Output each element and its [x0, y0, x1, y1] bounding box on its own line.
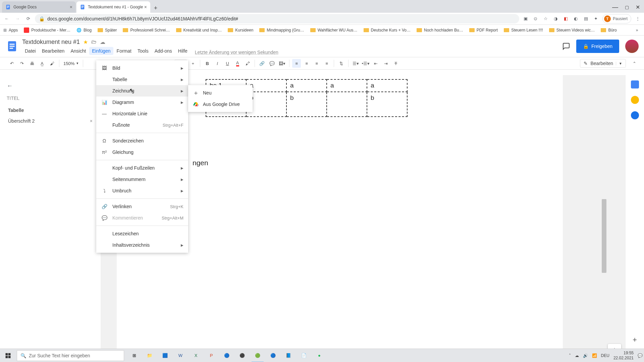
- browser-tab-0[interactable]: Google Docs ×: [2, 1, 76, 13]
- menu-item-bild[interactable]: 🖼Bild▶: [96, 62, 188, 74]
- ext-icon[interactable]: ▤: [582, 15, 590, 22]
- submenu-item-neu[interactable]: ＋Neu: [188, 87, 253, 99]
- menu-ansicht[interactable]: Ansicht: [68, 47, 89, 55]
- bookmark-item[interactable]: Büro: [601, 28, 616, 33]
- bookmark-item[interactable]: Später: [98, 28, 117, 33]
- ext-icon[interactable]: ◧: [562, 15, 570, 22]
- add-button[interactable]: +: [633, 336, 637, 344]
- new-tab-button[interactable]: +: [151, 3, 160, 13]
- apps-button[interactable]: ⊞Apps: [3, 28, 18, 33]
- taskbar-search[interactable]: 🔍 Zur Suche Text hier eingeben: [17, 350, 124, 361]
- cloud-icon[interactable]: ☁: [575, 353, 579, 358]
- scrollbar[interactable]: [602, 199, 606, 343]
- collapse-button[interactable]: ⌃: [630, 59, 639, 68]
- chrome-icon[interactable]: 🟢: [250, 349, 265, 362]
- indent-increase-button[interactable]: ⇥: [381, 59, 390, 68]
- extensions-icon[interactable]: ✦: [592, 15, 600, 22]
- outline-item[interactable]: Überschrift 2 ×: [7, 116, 94, 126]
- align-left-button[interactable]: ≡: [292, 59, 301, 68]
- menu-item-tabelle[interactable]: Tabelle▶: [96, 74, 188, 85]
- video-icon[interactable]: ▣: [522, 15, 529, 22]
- volume-icon[interactable]: 🔊: [583, 353, 588, 358]
- url-input[interactable]: 🔒 docs.google.com/document/d/1hUH8k6h7Lb…: [35, 14, 519, 23]
- align-right-button[interactable]: ≡: [312, 59, 321, 68]
- star-icon[interactable]: ★: [83, 39, 88, 45]
- reload-button[interactable]: ⟳: [24, 15, 32, 23]
- redo-button[interactable]: ↷: [17, 59, 26, 68]
- bookmark-item[interactable]: Steuern Videos wic…: [549, 28, 595, 33]
- wifi-icon[interactable]: 📶: [592, 353, 597, 358]
- bookmark-item[interactable]: Wahlfächer WU Aus…: [310, 28, 358, 33]
- obs-icon[interactable]: ⚫: [235, 349, 250, 362]
- menu-item-kopfzeilen[interactable]: Kopf- und Fußzeilen▶: [96, 162, 188, 174]
- cloud-icon[interactable]: ☁: [100, 39, 105, 45]
- comment-button[interactable]: 💬: [268, 59, 276, 68]
- menu-item-gleichung[interactable]: π²Gleichung: [96, 146, 188, 158]
- spotify-icon[interactable]: ●: [312, 349, 327, 362]
- align-center-button[interactable]: ≡: [302, 59, 311, 68]
- image-button[interactable]: 🖼▾: [278, 59, 286, 68]
- bookmark-item[interactable]: Noch hochladen Bu…: [417, 28, 463, 33]
- star-icon[interactable]: ☆: [542, 15, 549, 22]
- app-icon[interactable]: 🟦: [158, 349, 172, 362]
- spellcheck-button[interactable]: A̲: [38, 59, 46, 68]
- taskview-icon[interactable]: ⊞: [127, 349, 142, 362]
- bookmark-item[interactable]: Produktsuche - Mer…: [24, 27, 70, 33]
- language-indicator[interactable]: DEU: [601, 353, 609, 358]
- menu-item-fussnote[interactable]: FußnoteStrg+Alt+F: [96, 119, 188, 131]
- bookmark-item[interactable]: Kursideen: [228, 28, 253, 33]
- minimize-icon[interactable]: —: [612, 4, 618, 11]
- powerpoint-icon[interactable]: P: [204, 349, 219, 362]
- bookmark-item[interactable]: PDF Report: [469, 28, 498, 33]
- submenu-item-drive[interactable]: Aus Google Drive: [188, 99, 253, 110]
- menu-tools[interactable]: Tools: [135, 47, 151, 55]
- bookmark-item[interactable]: Mindmapping (Gru…: [259, 28, 304, 33]
- menu-item-sonderzeichen[interactable]: ΩSonderzeichen: [96, 135, 188, 146]
- notifications-icon[interactable]: 💬: [638, 353, 643, 358]
- ext-icon[interactable]: ◑: [552, 15, 559, 22]
- close-icon[interactable]: ×: [90, 118, 93, 124]
- move-icon[interactable]: 🗁: [91, 39, 97, 45]
- menu-addons[interactable]: Add-ons: [152, 47, 175, 55]
- last-change[interactable]: Letzte Änderung vor wenigen Sekunden: [195, 50, 278, 55]
- outline-back-button[interactable]: ←: [7, 82, 94, 89]
- menu-item-zeichnung[interactable]: Zeichnung▶: [96, 85, 188, 97]
- app-icon[interactable]: 📘: [281, 349, 296, 362]
- bookmark-item[interactable]: Steuern Lesen !!!!: [504, 28, 543, 33]
- menu-item-horizontale-linie[interactable]: —Horizontale Linie: [96, 108, 188, 119]
- body-text[interactable]: ngen: [193, 159, 208, 167]
- text-color-button[interactable]: A: [233, 59, 242, 68]
- tasks-icon[interactable]: [631, 111, 639, 119]
- start-button[interactable]: [0, 349, 16, 362]
- keep-icon[interactable]: [631, 96, 639, 104]
- italic-button[interactable]: I: [213, 59, 222, 68]
- menu-hilfe[interactable]: Hilfe: [175, 47, 190, 55]
- mode-select[interactable]: ✎ Bearbeiten ▼: [580, 59, 626, 68]
- bold-button[interactable]: B: [203, 59, 212, 68]
- back-button[interactable]: ←: [3, 15, 11, 23]
- share-button[interactable]: 🔒 Freigeben: [576, 40, 619, 53]
- docs-logo[interactable]: [5, 40, 19, 53]
- close-icon[interactable]: ×: [144, 4, 147, 10]
- app-icon[interactable]: 📄: [297, 349, 311, 362]
- undo-button[interactable]: ↶: [7, 59, 16, 68]
- bookmark-item[interactable]: Professionell Schrei…: [123, 28, 170, 33]
- word-icon[interactable]: W: [173, 349, 188, 362]
- app-icon[interactable]: 🔵: [219, 349, 234, 362]
- menu-item-verlinken[interactable]: 🔗VerlinkenStrg+K: [96, 201, 188, 212]
- menu-datei[interactable]: Datei: [22, 47, 39, 55]
- menu-item-inhaltsverzeichnis[interactable]: Inhaltsverzeichnis▶: [96, 239, 188, 251]
- bookmarks-overflow[interactable]: »: [633, 26, 641, 34]
- explorer-icon[interactable]: 📁: [142, 349, 157, 362]
- menu-bearbeiten[interactable]: Bearbeiten: [39, 47, 67, 55]
- ext-icon[interactable]: ◐: [572, 15, 580, 22]
- clock[interactable]: 19:55 22.02.2021: [613, 351, 634, 360]
- close-icon[interactable]: ✕: [636, 4, 640, 10]
- close-icon[interactable]: ×: [70, 4, 72, 10]
- increase-font-button[interactable]: +: [189, 59, 197, 68]
- highlight-button[interactable]: 🖍: [243, 59, 252, 68]
- scrollbar-thumb[interactable]: [602, 199, 606, 273]
- edge-icon[interactable]: 🔵: [266, 349, 280, 362]
- align-justify-button[interactable]: ≡: [322, 59, 331, 68]
- menu-item-diagramm[interactable]: 📊Diagramm▶: [96, 97, 188, 108]
